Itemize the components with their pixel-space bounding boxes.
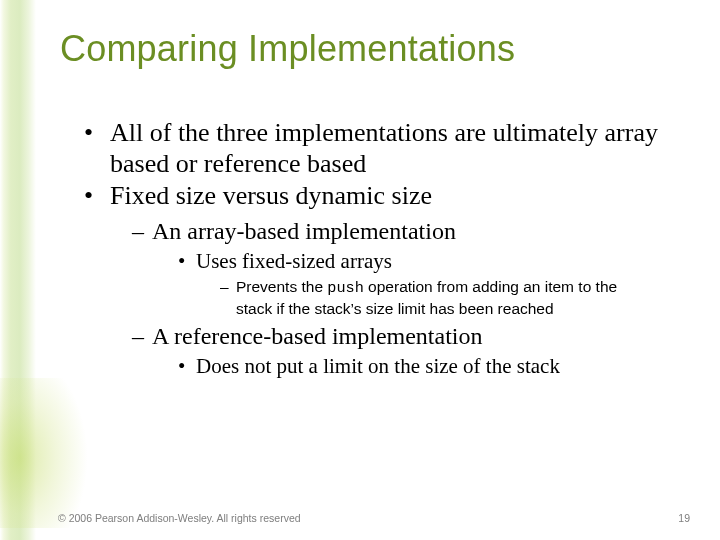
bullet-lvl4: Prevents the push operation from adding … — [220, 277, 650, 319]
bullet-text: An array-based implementation — [152, 218, 456, 244]
bullet-list: All of the three implementations are ult… — [84, 118, 680, 380]
copyright-footer: © 2006 Pearson Addison-Wesley. All right… — [58, 512, 301, 524]
bullet-text: Uses fixed-sized arrays — [196, 249, 392, 273]
bullet-lvl2: A reference-based implementation Does no… — [132, 321, 680, 380]
bullet-lvl2: An array-based implementation Uses fixed… — [132, 216, 680, 319]
bullet-text-pre: Prevents the — [236, 278, 327, 295]
bullet-lvl1: All of the three implementations are ult… — [84, 118, 680, 179]
bullet-lvl1: Fixed size versus dynamic size An array-… — [84, 181, 680, 380]
bullet-lvl3: Does not put a limit on the size of the … — [178, 353, 680, 380]
page-number: 19 — [678, 512, 690, 524]
slide: Comparing Implementations All of the thr… — [0, 0, 720, 540]
slide-title: Comparing Implementations — [60, 28, 680, 70]
bullet-sublist: Prevents the push operation from adding … — [220, 277, 680, 319]
bullet-sublist: An array-based implementation Uses fixed… — [132, 216, 680, 380]
bullet-lvl3: Uses fixed-sized arrays Prevents the pus… — [178, 248, 680, 319]
bullet-sublist: Uses fixed-sized arrays Prevents the pus… — [178, 248, 680, 319]
bullet-sublist: Does not put a limit on the size of the … — [178, 353, 680, 380]
bullet-text: A reference-based implementation — [152, 323, 483, 349]
bullet-text: Does not put a limit on the size of the … — [196, 354, 560, 378]
bullet-text: Fixed size versus dynamic size — [110, 181, 432, 210]
bullet-text: All of the three implementations are ult… — [110, 118, 658, 178]
code-span: push — [327, 279, 363, 297]
